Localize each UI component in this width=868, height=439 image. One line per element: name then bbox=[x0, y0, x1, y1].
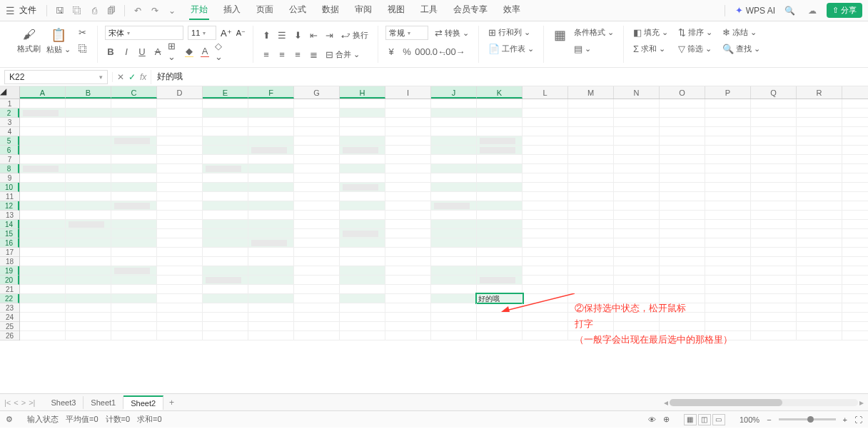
row-header-26[interactable]: 26 bbox=[0, 331, 19, 340]
paste-button[interactable]: 📋粘贴 ⌄ bbox=[44, 26, 74, 56]
row-header-7[interactable]: 7 bbox=[0, 155, 19, 164]
redo-icon[interactable]: ↷ bbox=[148, 4, 161, 17]
align-left-icon[interactable]: ≡ bbox=[261, 49, 272, 61]
row-header-15[interactable]: 15 bbox=[0, 229, 19, 238]
row-header-3[interactable]: 3 bbox=[0, 118, 19, 127]
clear-format-button[interactable]: ◇ ⌄ bbox=[215, 46, 226, 57]
tab-formula[interactable]: 公式 bbox=[288, 1, 308, 20]
row-header-4[interactable]: 4 bbox=[0, 127, 19, 136]
align-bottom-icon[interactable]: ⬇ bbox=[292, 30, 303, 41]
wps-ai-button[interactable]: ✦WPS AI bbox=[735, 5, 775, 16]
align-right-icon[interactable]: ≡ bbox=[292, 49, 303, 61]
tab-view[interactable]: 视图 bbox=[386, 1, 406, 20]
border-button[interactable]: ⊞ ⌄ bbox=[168, 46, 179, 57]
pagebreak-view-button[interactable]: ▭ bbox=[712, 414, 725, 425]
decrease-font-icon[interactable]: A⁻ bbox=[236, 29, 246, 38]
number-format-combo[interactable]: 常规▾ bbox=[385, 26, 428, 40]
row-header-5[interactable]: 5 bbox=[0, 136, 19, 146]
row-header-19[interactable]: 19 bbox=[0, 266, 19, 276]
align-middle-icon[interactable]: ☰ bbox=[276, 30, 288, 41]
col-header-O[interactable]: O bbox=[660, 86, 705, 99]
print-icon[interactable]: ⎙ bbox=[88, 4, 101, 17]
thousands-icon[interactable]: 000 bbox=[417, 46, 428, 57]
wrap-text-button[interactable]: ⮐换行 bbox=[339, 29, 370, 42]
tab-start[interactable]: 开始 bbox=[189, 1, 209, 20]
row-header-20[interactable]: 20 bbox=[0, 276, 19, 285]
zoom-knob[interactable] bbox=[807, 416, 814, 423]
target-icon[interactable]: ⊕ bbox=[663, 415, 670, 424]
save-icon[interactable]: 🖫 bbox=[54, 4, 66, 17]
tab-tools[interactable]: 工具 bbox=[419, 1, 439, 20]
cells-area[interactable]: 好的哦 bbox=[20, 99, 868, 340]
preview-icon[interactable]: 🗐 bbox=[105, 4, 118, 17]
strikethrough-button[interactable]: A bbox=[152, 46, 163, 57]
confirm-icon[interactable]: ✓ bbox=[128, 72, 136, 82]
export-icon[interactable]: ⿻ bbox=[71, 4, 84, 17]
sheet-tab-sheet2[interactable]: Sheet2 bbox=[123, 395, 163, 410]
fullscreen-icon[interactable]: ⛶ bbox=[854, 415, 862, 424]
col-header-G[interactable]: G bbox=[294, 86, 340, 99]
undo-icon[interactable]: ↶ bbox=[131, 4, 144, 17]
row-header-21[interactable]: 21 bbox=[0, 285, 19, 294]
font-name-combo[interactable]: 宋体▾ bbox=[105, 26, 183, 40]
zoom-slider[interactable] bbox=[779, 418, 836, 420]
search-icon[interactable]: 🔍 bbox=[783, 4, 796, 17]
share-button[interactable]: ⇧ 分享 bbox=[827, 3, 862, 18]
col-header-N[interactable]: N bbox=[614, 86, 660, 99]
row-header-17[interactable]: 17 bbox=[0, 248, 19, 257]
format-painter-button[interactable]: 🖌格式刷 bbox=[14, 26, 44, 56]
tab-data[interactable]: 数据 bbox=[321, 1, 340, 20]
scroll-right-icon[interactable]: ▸ bbox=[859, 398, 864, 408]
align-top-icon[interactable]: ⬆ bbox=[261, 30, 272, 41]
filter-button[interactable]: ▽筛选 ⌄ bbox=[676, 42, 715, 56]
row-header-13[interactable]: 13 bbox=[0, 211, 19, 220]
increase-decimal-icon[interactable]: .00→ bbox=[448, 46, 460, 57]
row-header-16[interactable]: 16 bbox=[0, 238, 19, 248]
sum-button[interactable]: Σ求和 ⌄ bbox=[631, 42, 670, 56]
prev-sheet-icon[interactable]: < bbox=[14, 398, 18, 407]
col-header-C[interactable]: C bbox=[111, 86, 157, 99]
percent-icon[interactable]: % bbox=[401, 46, 413, 57]
col-header-E[interactable]: E bbox=[203, 86, 248, 99]
next-sheet-icon[interactable]: > bbox=[21, 398, 26, 407]
col-header-B[interactable]: B bbox=[66, 86, 111, 99]
font-size-combo[interactable]: 11▾ bbox=[188, 26, 216, 40]
eye-icon[interactable]: 👁 bbox=[648, 415, 656, 424]
formula-input[interactable]: 好的哦 bbox=[151, 70, 868, 84]
hamburger-icon[interactable]: ☰ bbox=[6, 5, 15, 16]
row-header-23[interactable]: 23 bbox=[0, 303, 19, 313]
table-format-button[interactable]: ▤ ⌄ bbox=[572, 42, 616, 56]
add-sheet-button[interactable]: + bbox=[163, 398, 180, 408]
tab-member[interactable]: 会员专享 bbox=[452, 1, 489, 20]
cut-button[interactable]: ✂ bbox=[76, 26, 90, 39]
col-header-P[interactable]: P bbox=[705, 86, 751, 99]
row-header-14[interactable]: 14 bbox=[0, 220, 19, 229]
row-header-22[interactable]: 22 bbox=[0, 294, 19, 303]
justify-icon[interactable]: ≣ bbox=[308, 49, 319, 61]
col-header-F[interactable]: F bbox=[248, 86, 294, 99]
find-button[interactable]: 🔍查找 ⌄ bbox=[720, 42, 762, 56]
last-sheet-icon[interactable]: >| bbox=[29, 398, 35, 407]
normal-view-button[interactable]: ▦ bbox=[684, 414, 697, 425]
italic-button[interactable]: I bbox=[121, 46, 132, 57]
first-sheet-icon[interactable]: |< bbox=[4, 398, 11, 407]
scroll-track[interactable] bbox=[670, 399, 858, 406]
tab-review[interactable]: 审阅 bbox=[353, 1, 373, 20]
tab-insert[interactable]: 插入 bbox=[222, 1, 242, 20]
fx-icon[interactable]: fx bbox=[140, 72, 146, 82]
col-header-Q[interactable]: Q bbox=[751, 86, 797, 99]
freeze-button[interactable]: ❄冻结 ⌄ bbox=[720, 26, 762, 39]
col-header-D[interactable]: D bbox=[157, 86, 203, 99]
zoom-in-button[interactable]: + bbox=[843, 415, 847, 424]
col-header-M[interactable]: M bbox=[568, 86, 614, 99]
row-header-11[interactable]: 11 bbox=[0, 192, 19, 201]
row-col-button[interactable]: ⊞行和列 ⌄ bbox=[486, 26, 536, 39]
sort-button[interactable]: ⇅排序 ⌄ bbox=[676, 26, 715, 39]
cell-style-button[interactable]: ▦ bbox=[551, 26, 569, 44]
align-center-icon[interactable]: ≡ bbox=[276, 49, 288, 61]
tab-page[interactable]: 页面 bbox=[255, 1, 275, 20]
col-header-I[interactable]: I bbox=[385, 86, 431, 99]
col-header-J[interactable]: J bbox=[431, 86, 477, 99]
col-header-L[interactable]: L bbox=[523, 86, 568, 99]
bold-button[interactable]: B bbox=[105, 46, 116, 57]
